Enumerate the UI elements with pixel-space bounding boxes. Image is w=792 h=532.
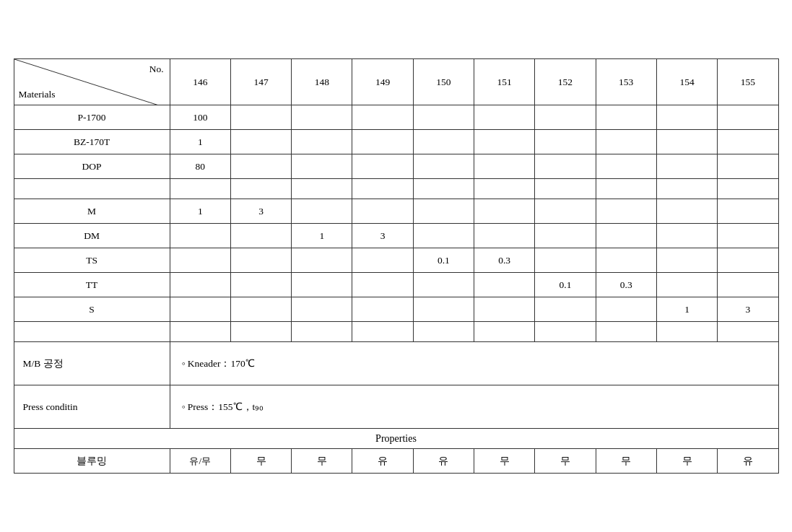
table-row: BZ-170T 1 [14, 130, 778, 154]
cell-p1700-152 [535, 105, 596, 130]
cell-ts-148 [292, 248, 352, 273]
cell-dm-146 [170, 224, 230, 248]
cell-dm-150 [413, 224, 474, 248]
cell-s-149 [352, 297, 413, 322]
cell-p1700-147 [230, 105, 291, 130]
col-header-148: 148 [292, 59, 352, 105]
cell-ts-154 [656, 248, 717, 273]
cell-dop-149 [352, 154, 413, 179]
main-table-wrapper: No. Materials 146 147 148 149 150 151 15… [14, 58, 779, 474]
cell-tt-154 [656, 273, 717, 297]
cell-s-150 [413, 297, 474, 322]
material-s: S [14, 297, 170, 322]
cell-m-152 [535, 199, 596, 224]
col-header-151: 151 [474, 59, 535, 105]
cell-m-148 [292, 199, 352, 224]
cell-m-149 [352, 199, 413, 224]
cell-s-147 [230, 297, 291, 322]
cell-s-153 [596, 297, 656, 322]
table-row: P-1700 100 [14, 105, 778, 130]
material-dm: DM [14, 224, 170, 248]
table-row: DOP 80 [14, 154, 778, 179]
cell-dop-155 [718, 154, 778, 179]
cell-p1700-146: 100 [170, 105, 230, 130]
col-header-149: 149 [352, 59, 413, 105]
cell-tt-150 [413, 273, 474, 297]
blooming-151: 무 [474, 449, 535, 474]
blooming-149: 유 [352, 449, 413, 474]
press-condition-text: ◦ Press：155℃，t₉₀ [170, 385, 778, 429]
cell-tt-151 [474, 273, 535, 297]
properties-header: Properties [14, 429, 778, 449]
cell-ts-147 [230, 248, 291, 273]
cell-ts-146 [170, 248, 230, 273]
cell-tt-146 [170, 273, 230, 297]
blooming-154: 무 [656, 449, 717, 474]
col-header-155: 155 [718, 59, 778, 105]
empty-label [14, 179, 170, 199]
cell-bz-150 [413, 130, 474, 154]
blooming-147: 무 [230, 449, 291, 474]
blooming-row: 블루밍 유/무 무 무 유 유 무 무 무 무 유 [14, 449, 778, 474]
material-bz170t: BZ-170T [14, 130, 170, 154]
cell-ts-155 [718, 248, 778, 273]
cell-p1700-155 [718, 105, 778, 130]
cell-dop-152 [535, 154, 596, 179]
cell-p1700-153 [596, 105, 656, 130]
empty-label2 [14, 322, 170, 342]
table-row: M 1 3 [14, 199, 778, 224]
table-row: DM 1 3 [14, 224, 778, 248]
cell-dm-147 [230, 224, 291, 248]
cell-dop-153 [596, 154, 656, 179]
blooming-152: 무 [535, 449, 596, 474]
cell-m-155 [718, 199, 778, 224]
cell-s-155: 3 [718, 297, 778, 322]
cell-dm-151 [474, 224, 535, 248]
mb-process-label: M/B 공정 [14, 342, 170, 385]
mb-condition-text: ◦ Kneader：170℃ [170, 342, 778, 385]
materials-label: Materials [19, 89, 56, 100]
cell-m-147: 3 [230, 199, 291, 224]
cell-dm-152 [535, 224, 596, 248]
cell-dm-148: 1 [292, 224, 352, 248]
cell-tt-155 [718, 273, 778, 297]
cell-s-154: 1 [656, 297, 717, 322]
cell-p1700-151 [474, 105, 535, 130]
header-corner-cell: No. Materials [14, 59, 170, 105]
cell-tt-149 [352, 273, 413, 297]
cell-dop-150 [413, 154, 474, 179]
cell-dop-154 [656, 154, 717, 179]
cell-p1700-149 [352, 105, 413, 130]
cell-s-152 [535, 297, 596, 322]
material-m: M [14, 199, 170, 224]
cell-s-146 [170, 297, 230, 322]
cell-ts-149 [352, 248, 413, 273]
cell-dm-155 [718, 224, 778, 248]
material-p1700: P-1700 [14, 105, 170, 130]
cell-bz-151 [474, 130, 535, 154]
col-header-146: 146 [170, 59, 230, 105]
cell-dop-146: 80 [170, 154, 230, 179]
cell-dop-151 [474, 154, 535, 179]
cell-m-151 [474, 199, 535, 224]
table-row: TS 0.1 0.3 [14, 248, 778, 273]
col-header-150: 150 [413, 59, 474, 105]
material-dop: DOP [14, 154, 170, 179]
cell-dop-148 [292, 154, 352, 179]
cell-bz-148 [292, 130, 352, 154]
col-header-153: 153 [596, 59, 656, 105]
col-header-154: 154 [656, 59, 717, 105]
table-row: S 1 3 [14, 297, 778, 322]
cell-bz-149 [352, 130, 413, 154]
material-ts: TS [14, 248, 170, 273]
press-condition-label: Press conditin [14, 385, 170, 429]
cell-bz-147 [230, 130, 291, 154]
cell-s-151 [474, 297, 535, 322]
blooming-153: 무 [596, 449, 656, 474]
cell-bz-152 [535, 130, 596, 154]
cell-bz-153 [596, 130, 656, 154]
cell-dm-154 [656, 224, 717, 248]
cell-tt-148 [292, 273, 352, 297]
cell-ts-153 [596, 248, 656, 273]
press-condition-row: Press conditin ◦ Press：155℃，t₉₀ [14, 385, 778, 429]
